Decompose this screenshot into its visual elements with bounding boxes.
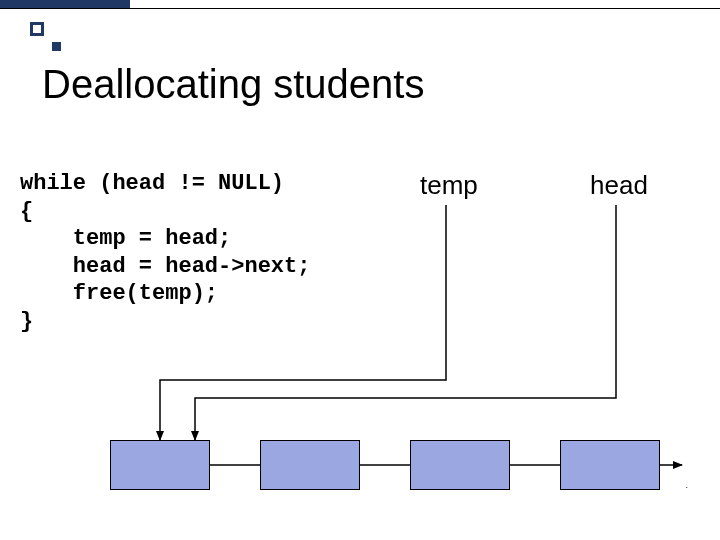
page-marker: .	[685, 480, 688, 490]
list-node	[110, 440, 210, 490]
list-node	[260, 440, 360, 490]
list-node	[560, 440, 660, 490]
list-node	[410, 440, 510, 490]
